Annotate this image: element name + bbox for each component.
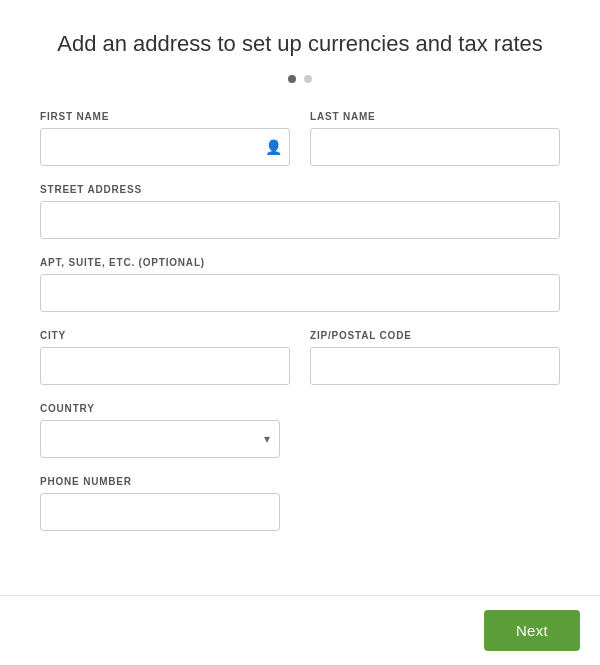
phone-input[interactable] bbox=[40, 493, 280, 531]
city-input[interactable] bbox=[40, 347, 290, 385]
street-address-input[interactable] bbox=[40, 201, 560, 239]
footer-bar: Next bbox=[0, 595, 600, 665]
first-name-input[interactable] bbox=[40, 128, 290, 166]
first-name-label: FIRST NAME bbox=[40, 111, 290, 122]
zip-label: ZIP/POSTAL CODE bbox=[310, 330, 560, 341]
country-row: COUNTRY United States Canada United King… bbox=[40, 403, 560, 458]
last-name-label: LAST NAME bbox=[310, 111, 560, 122]
country-group: COUNTRY United States Canada United King… bbox=[40, 403, 280, 458]
street-address-group: STREET ADDRESS bbox=[40, 184, 560, 239]
dot-2 bbox=[304, 75, 312, 83]
city-group: CITY bbox=[40, 330, 290, 385]
country-label: COUNTRY bbox=[40, 403, 280, 414]
zip-input[interactable] bbox=[310, 347, 560, 385]
city-zip-row: CITY ZIP/POSTAL CODE bbox=[40, 330, 560, 385]
apt-suite-group: APT, SUITE, ETC. (OPTIONAL) bbox=[40, 257, 560, 312]
country-select[interactable]: United States Canada United Kingdom Aust… bbox=[40, 420, 280, 458]
city-label: CITY bbox=[40, 330, 290, 341]
dot-1 bbox=[288, 75, 296, 83]
name-row: FIRST NAME 👤 LAST NAME bbox=[40, 111, 560, 166]
apt-suite-label: APT, SUITE, ETC. (OPTIONAL) bbox=[40, 257, 560, 268]
zip-group: ZIP/POSTAL CODE bbox=[310, 330, 560, 385]
step-dots bbox=[40, 75, 560, 83]
next-button[interactable]: Next bbox=[484, 610, 580, 651]
last-name-group: LAST NAME bbox=[310, 111, 560, 166]
phone-group: PHONE NUMBER bbox=[40, 476, 280, 531]
page-container: Add an address to set up currencies and … bbox=[0, 0, 600, 665]
country-select-wrapper: United States Canada United Kingdom Aust… bbox=[40, 420, 280, 458]
first-name-group: FIRST NAME 👤 bbox=[40, 111, 290, 166]
street-address-row: STREET ADDRESS bbox=[40, 184, 560, 239]
apt-suite-input[interactable] bbox=[40, 274, 560, 312]
apt-suite-row: APT, SUITE, ETC. (OPTIONAL) bbox=[40, 257, 560, 312]
last-name-input[interactable] bbox=[310, 128, 560, 166]
phone-row: PHONE NUMBER bbox=[40, 476, 560, 531]
first-name-input-wrapper: 👤 bbox=[40, 128, 290, 166]
page-title: Add an address to set up currencies and … bbox=[40, 30, 560, 59]
content-area: Add an address to set up currencies and … bbox=[0, 0, 600, 595]
street-address-label: STREET ADDRESS bbox=[40, 184, 560, 195]
phone-label: PHONE NUMBER bbox=[40, 476, 280, 487]
